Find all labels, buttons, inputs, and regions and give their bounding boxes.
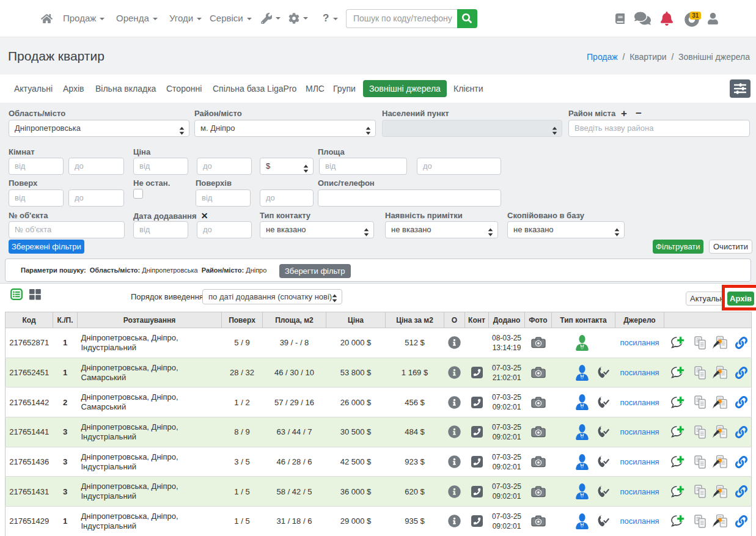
svg-text:31: 31 bbox=[692, 12, 699, 19]
